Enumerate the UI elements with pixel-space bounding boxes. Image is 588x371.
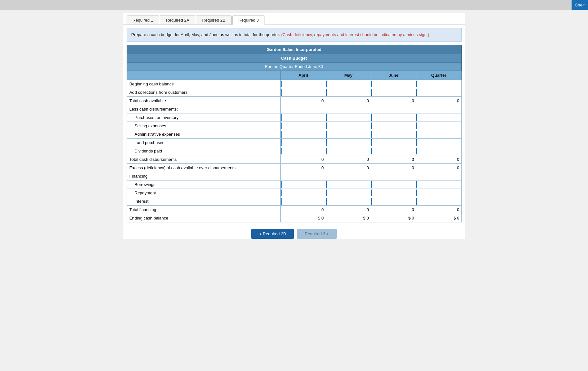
dividends-april-input[interactable]: [281, 149, 325, 153]
cher-button[interactable]: Che«: [572, 0, 588, 10]
next-button[interactable]: Required 3 >: [297, 229, 337, 239]
land-may-cell[interactable]: [326, 138, 371, 147]
beginning-april-input[interactable]: [281, 82, 325, 86]
repayment-june-input[interactable]: [372, 190, 415, 195]
admin-may-cell[interactable]: [326, 130, 371, 138]
interest-june-input[interactable]: [372, 199, 415, 204]
tab-required2a[interactable]: Required 2A: [160, 15, 195, 24]
row-label-excess: Excess (deficiency) of cash available ov…: [127, 163, 281, 172]
selling-june-cell[interactable]: [371, 122, 416, 130]
tab-required3[interactable]: Required 3: [232, 15, 265, 25]
collections-may-cell[interactable]: [326, 88, 371, 96]
budget-table: Garden Sales, Incorporated Cash Budget F…: [127, 45, 462, 222]
beginning-quarter-cell[interactable]: [416, 80, 461, 88]
repayment-june-cell[interactable]: [371, 189, 416, 197]
table-row: Ending cash balance $ 0 $ 0 $ 0 $ 0: [127, 214, 461, 222]
selling-april-cell[interactable]: [281, 122, 326, 130]
borrowings-may-input[interactable]: [327, 182, 370, 187]
borrowings-june-input[interactable]: [372, 182, 415, 187]
borrowings-april-input[interactable]: [281, 182, 325, 187]
row-label-financing: Financing:: [127, 172, 281, 180]
selling-may-cell[interactable]: [326, 122, 371, 130]
dividends-june-cell[interactable]: [371, 147, 416, 155]
dividends-quarter-cell[interactable]: [416, 147, 461, 155]
purchases-may-input[interactable]: [327, 115, 370, 120]
interest-quarter-cell[interactable]: [416, 197, 461, 205]
admin-quarter-input[interactable]: [417, 132, 460, 137]
table-row: Add collections from customers: [127, 88, 461, 96]
land-june-cell[interactable]: [371, 138, 416, 147]
beginning-april-cell[interactable]: [281, 80, 326, 88]
dividends-quarter-input[interactable]: [417, 149, 460, 153]
repayment-april-input[interactable]: [281, 190, 325, 195]
repayment-quarter-input[interactable]: [417, 190, 460, 195]
borrowings-quarter-cell[interactable]: [416, 180, 461, 189]
collections-april-cell[interactable]: [281, 88, 326, 96]
land-quarter-cell[interactable]: [416, 138, 461, 147]
interest-quarter-input[interactable]: [417, 199, 460, 204]
row-label-selling: Selling expenses: [127, 122, 281, 130]
beginning-may-input[interactable]: [327, 82, 370, 86]
collections-june-cell[interactable]: [371, 88, 416, 96]
land-quarter-input[interactable]: [417, 140, 460, 145]
dividends-may-cell[interactable]: [326, 147, 371, 155]
land-may-input[interactable]: [327, 140, 370, 145]
admin-june-cell[interactable]: [371, 130, 416, 138]
selling-may-input[interactable]: [327, 123, 370, 128]
interest-may-cell[interactable]: [326, 197, 371, 205]
interest-may-input[interactable]: [327, 199, 370, 204]
interest-april-input[interactable]: [281, 199, 325, 204]
repayment-may-input[interactable]: [327, 190, 370, 195]
beginning-june-cell[interactable]: [371, 80, 416, 88]
prev-button[interactable]: < Required 2B: [251, 229, 294, 239]
total-disbursements-april: 0: [281, 155, 326, 163]
dividends-may-input[interactable]: [327, 149, 370, 153]
interest-april-cell[interactable]: [281, 197, 326, 205]
collections-april-input[interactable]: [281, 90, 325, 95]
collections-quarter-input[interactable]: [417, 90, 460, 95]
land-april-cell[interactable]: [281, 138, 326, 147]
purchases-quarter-input[interactable]: [417, 115, 460, 120]
repayment-may-cell[interactable]: [326, 189, 371, 197]
purchases-june-cell[interactable]: [371, 113, 416, 122]
repayment-quarter-cell[interactable]: [416, 189, 461, 197]
repayment-april-cell[interactable]: [281, 189, 326, 197]
admin-quarter-cell[interactable]: [416, 130, 461, 138]
total-disbursements-june: 0: [371, 155, 416, 163]
beginning-quarter-input[interactable]: [417, 82, 460, 86]
purchases-april-cell[interactable]: [281, 113, 326, 122]
beginning-june-input[interactable]: [372, 82, 415, 86]
land-april-input[interactable]: [281, 140, 325, 145]
borrowings-june-cell[interactable]: [371, 180, 416, 189]
selling-quarter-input[interactable]: [417, 123, 460, 128]
borrowings-may-cell[interactable]: [326, 180, 371, 189]
selling-april-input[interactable]: [281, 123, 325, 128]
purchases-april-input[interactable]: [281, 115, 325, 120]
collections-may-input[interactable]: [327, 90, 370, 95]
dividends-april-cell[interactable]: [281, 147, 326, 155]
main-content: Required 1 Required 2A Required 2B Requi…: [123, 13, 465, 239]
tab-required2b[interactable]: Required 2B: [196, 15, 231, 24]
borrowings-april-cell[interactable]: [281, 180, 326, 189]
selling-quarter-cell[interactable]: [416, 122, 461, 130]
total-financing-april: 0: [281, 205, 326, 214]
borrowings-quarter-input[interactable]: [417, 182, 460, 187]
tab-required1[interactable]: Required 1: [127, 15, 159, 24]
collections-june-input[interactable]: [372, 90, 415, 95]
collections-quarter-cell[interactable]: [416, 88, 461, 96]
land-june-input[interactable]: [372, 140, 415, 145]
admin-may-input[interactable]: [327, 132, 370, 137]
admin-june-input[interactable]: [372, 132, 415, 137]
ending-april: $ 0: [281, 214, 326, 222]
purchases-june-input[interactable]: [372, 115, 415, 120]
admin-april-input[interactable]: [281, 132, 325, 137]
beginning-may-cell[interactable]: [326, 80, 371, 88]
dividends-june-input[interactable]: [372, 149, 415, 153]
row-label-purchases: Purchases for inventory: [127, 113, 281, 122]
selling-june-input[interactable]: [372, 123, 415, 128]
purchases-may-cell[interactable]: [326, 113, 371, 122]
row-label-interest: Interest: [127, 197, 281, 205]
purchases-quarter-cell[interactable]: [416, 113, 461, 122]
admin-april-cell[interactable]: [281, 130, 326, 138]
interest-june-cell[interactable]: [371, 197, 416, 205]
